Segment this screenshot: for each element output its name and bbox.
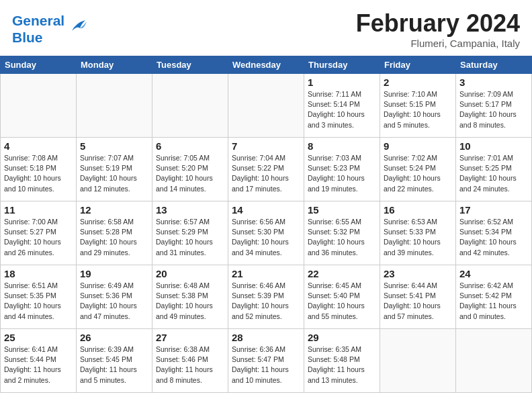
day-info: Sunrise: 6:42 AM Sunset: 5:42 PM Dayligh… xyxy=(459,281,528,322)
day-number: 3 xyxy=(459,77,528,88)
day-number: 2 xyxy=(384,77,452,88)
day-info: Sunrise: 6:53 AM Sunset: 5:33 PM Dayligh… xyxy=(384,217,452,258)
calendar-cell: 6Sunrise: 7:05 AM Sunset: 5:20 PM Daylig… xyxy=(152,138,228,201)
day-number: 27 xyxy=(156,332,224,343)
calendar-cell: 12Sunrise: 6:58 AM Sunset: 5:28 PM Dayli… xyxy=(77,201,152,265)
day-info: Sunrise: 6:57 AM Sunset: 5:29 PM Dayligh… xyxy=(156,217,224,258)
day-info: Sunrise: 6:39 AM Sunset: 5:45 PM Dayligh… xyxy=(80,345,148,385)
weekday-header-tuesday: Tuesday xyxy=(152,56,228,74)
weekday-header-saturday: Saturday xyxy=(456,56,532,74)
weekday-header-thursday: Thursday xyxy=(304,56,380,74)
day-info: Sunrise: 6:35 AM Sunset: 5:48 PM Dayligh… xyxy=(308,345,376,385)
calendar-cell: 16Sunrise: 6:53 AM Sunset: 5:33 PM Dayli… xyxy=(380,201,456,265)
title-area: February 2024 Flumeri, Campania, Italy xyxy=(356,9,520,49)
calendar-cell: 13Sunrise: 6:57 AM Sunset: 5:29 PM Dayli… xyxy=(152,201,228,265)
calendar-cell xyxy=(456,329,532,393)
day-number: 16 xyxy=(384,204,452,216)
day-info: Sunrise: 6:44 AM Sunset: 5:41 PM Dayligh… xyxy=(384,281,452,322)
day-info: Sunrise: 7:08 AM Sunset: 5:18 PM Dayligh… xyxy=(4,153,73,194)
day-info: Sunrise: 7:05 AM Sunset: 5:20 PM Dayligh… xyxy=(156,153,224,194)
day-number: 25 xyxy=(4,332,73,343)
day-number: 10 xyxy=(459,140,528,152)
day-info: Sunrise: 7:07 AM Sunset: 5:19 PM Dayligh… xyxy=(80,153,148,194)
calendar-cell: 4Sunrise: 7:08 AM Sunset: 5:18 PM Daylig… xyxy=(1,138,77,201)
calendar: SundayMondayTuesdayWednesdayThursdayFrid… xyxy=(0,56,532,393)
day-info: Sunrise: 6:46 AM Sunset: 5:39 PM Dayligh… xyxy=(232,281,300,322)
month-title: February 2024 xyxy=(356,9,520,38)
location-title: Flumeri, Campania, Italy xyxy=(356,38,520,49)
day-number: 7 xyxy=(232,140,300,152)
day-number: 9 xyxy=(384,140,452,152)
day-number: 22 xyxy=(308,268,376,279)
day-number: 17 xyxy=(459,204,528,216)
day-number: 4 xyxy=(4,140,73,152)
day-info: Sunrise: 6:36 AM Sunset: 5:47 PM Dayligh… xyxy=(232,345,300,385)
day-info: Sunrise: 6:51 AM Sunset: 5:35 PM Dayligh… xyxy=(4,281,73,322)
day-number: 14 xyxy=(232,204,300,216)
calendar-cell xyxy=(380,329,456,393)
calendar-cell: 3Sunrise: 7:09 AM Sunset: 5:17 PM Daylig… xyxy=(456,74,532,138)
weekday-header-friday: Friday xyxy=(380,56,456,74)
calendar-cell: 19Sunrise: 6:49 AM Sunset: 5:36 PM Dayli… xyxy=(77,265,152,329)
calendar-cell: 17Sunrise: 6:52 AM Sunset: 5:34 PM Dayli… xyxy=(456,201,532,265)
day-info: Sunrise: 6:48 AM Sunset: 5:38 PM Dayligh… xyxy=(156,281,224,322)
day-number: 13 xyxy=(156,204,224,216)
day-number: 12 xyxy=(80,204,148,216)
day-info: Sunrise: 6:38 AM Sunset: 5:46 PM Dayligh… xyxy=(156,345,224,385)
calendar-cell: 11Sunrise: 7:00 AM Sunset: 5:27 PM Dayli… xyxy=(1,201,77,265)
logo-text: General Blue xyxy=(12,13,64,45)
day-number: 8 xyxy=(308,140,376,152)
calendar-cell: 20Sunrise: 6:48 AM Sunset: 5:38 PM Dayli… xyxy=(152,265,228,329)
weekday-header-wednesday: Wednesday xyxy=(228,56,304,74)
calendar-cell: 5Sunrise: 7:07 AM Sunset: 5:19 PM Daylig… xyxy=(77,138,152,201)
calendar-cell: 26Sunrise: 6:39 AM Sunset: 5:45 PM Dayli… xyxy=(77,329,152,393)
calendar-cell: 22Sunrise: 6:45 AM Sunset: 5:40 PM Dayli… xyxy=(304,265,380,329)
day-number: 1 xyxy=(308,77,376,88)
day-number: 15 xyxy=(308,204,376,216)
day-info: Sunrise: 6:49 AM Sunset: 5:36 PM Dayligh… xyxy=(80,281,148,322)
logo: General Blue xyxy=(12,13,88,45)
day-number: 29 xyxy=(308,332,376,343)
day-info: Sunrise: 6:52 AM Sunset: 5:34 PM Dayligh… xyxy=(459,217,528,258)
calendar-cell: 18Sunrise: 6:51 AM Sunset: 5:35 PM Dayli… xyxy=(1,265,77,329)
calendar-cell: 14Sunrise: 6:56 AM Sunset: 5:30 PM Dayli… xyxy=(228,201,304,265)
day-info: Sunrise: 7:00 AM Sunset: 5:27 PM Dayligh… xyxy=(4,217,73,258)
day-info: Sunrise: 7:04 AM Sunset: 5:22 PM Dayligh… xyxy=(232,153,300,194)
day-info: Sunrise: 7:03 AM Sunset: 5:23 PM Dayligh… xyxy=(308,153,376,194)
calendar-cell: 10Sunrise: 7:01 AM Sunset: 5:25 PM Dayli… xyxy=(456,138,532,201)
day-number: 28 xyxy=(232,332,300,343)
day-number: 24 xyxy=(459,268,528,279)
day-number: 21 xyxy=(232,268,300,279)
day-number: 19 xyxy=(80,268,148,279)
calendar-cell: 27Sunrise: 6:38 AM Sunset: 5:46 PM Dayli… xyxy=(152,329,228,393)
calendar-cell xyxy=(77,74,152,138)
day-info: Sunrise: 7:09 AM Sunset: 5:17 PM Dayligh… xyxy=(459,89,528,130)
day-number: 18 xyxy=(4,268,73,279)
day-info: Sunrise: 6:55 AM Sunset: 5:32 PM Dayligh… xyxy=(308,217,376,258)
day-info: Sunrise: 6:41 AM Sunset: 5:44 PM Dayligh… xyxy=(4,345,73,385)
day-number: 6 xyxy=(156,140,224,152)
day-number: 23 xyxy=(384,268,452,279)
calendar-cell: 9Sunrise: 7:02 AM Sunset: 5:24 PM Daylig… xyxy=(380,138,456,201)
calendar-cell: 21Sunrise: 6:46 AM Sunset: 5:39 PM Dayli… xyxy=(228,265,304,329)
calendar-cell: 2Sunrise: 7:10 AM Sunset: 5:15 PM Daylig… xyxy=(380,74,456,138)
day-info: Sunrise: 6:45 AM Sunset: 5:40 PM Dayligh… xyxy=(308,281,376,322)
day-info: Sunrise: 7:11 AM Sunset: 5:14 PM Dayligh… xyxy=(308,89,376,130)
day-number: 20 xyxy=(156,268,224,279)
calendar-cell: 25Sunrise: 6:41 AM Sunset: 5:44 PM Dayli… xyxy=(1,329,77,393)
day-number: 5 xyxy=(80,140,148,152)
calendar-cell: 1Sunrise: 7:11 AM Sunset: 5:14 PM Daylig… xyxy=(304,74,380,138)
calendar-cell xyxy=(152,74,228,138)
calendar-cell: 8Sunrise: 7:03 AM Sunset: 5:23 PM Daylig… xyxy=(304,138,380,201)
day-info: Sunrise: 7:10 AM Sunset: 5:15 PM Dayligh… xyxy=(384,89,452,130)
calendar-cell: 28Sunrise: 6:36 AM Sunset: 5:47 PM Dayli… xyxy=(228,329,304,393)
calendar-cell xyxy=(1,74,77,138)
day-info: Sunrise: 7:02 AM Sunset: 5:24 PM Dayligh… xyxy=(384,153,452,194)
weekday-header-monday: Monday xyxy=(77,56,152,74)
day-number: 11 xyxy=(4,204,73,216)
day-info: Sunrise: 6:58 AM Sunset: 5:28 PM Dayligh… xyxy=(80,217,148,258)
calendar-cell: 29Sunrise: 6:35 AM Sunset: 5:48 PM Dayli… xyxy=(304,329,380,393)
weekday-header-sunday: Sunday xyxy=(1,56,77,74)
calendar-cell: 24Sunrise: 6:42 AM Sunset: 5:42 PM Dayli… xyxy=(456,265,532,329)
calendar-cell: 7Sunrise: 7:04 AM Sunset: 5:22 PM Daylig… xyxy=(228,138,304,201)
